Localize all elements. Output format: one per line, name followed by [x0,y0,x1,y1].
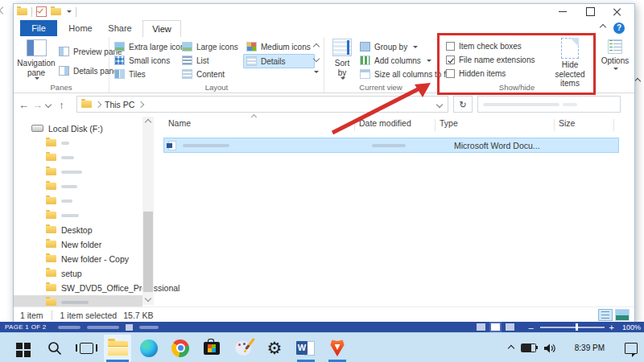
word-zoom-thumb[interactable] [576,323,578,331]
recent-locations-icon[interactable] [45,101,52,108]
tree-item-new-folder-copy[interactable]: New folder - Copy [14,252,129,265]
preview-pane-icon [59,47,69,56]
action-center-icon[interactable] [625,343,638,354]
tree-item-blurred[interactable] [14,208,79,222]
scroll-down-icon[interactable] [145,295,151,302]
word-proofing-icon[interactable] [126,324,133,331]
layout-more-icon[interactable] [314,71,319,73]
close-button[interactable] [604,4,631,19]
add-columns-button[interactable]: Add columns [360,56,431,65]
word-zoom-slider[interactable] [540,327,605,328]
collapse-ribbon-icon[interactable] [600,24,606,31]
tree-item-new-folder[interactable]: New folder [14,237,101,251]
extra-large-icons-button[interactable]: Extra large icons [114,42,188,51]
tab-view[interactable]: View [142,20,181,39]
new-folder-icon[interactable] [51,8,61,15]
help-icon[interactable]: ? [613,23,625,34]
tree-item-sw-dvd5-office[interactable]: SW_DVD5_Office_Professional [14,281,180,294]
folder-icon [46,197,56,204]
task-view-button[interactable] [72,335,100,362]
tiles-icon [114,69,125,79]
layout-scroll-up-icon[interactable] [313,43,320,50]
thumbnail-view-toggle-icon[interactable] [615,309,630,321]
large-icons-button[interactable]: Large icons [182,42,238,51]
details-view-toggle-icon[interactable] [598,309,613,321]
word-zoom-level[interactable]: 100% [622,323,641,331]
drive-icon [31,125,43,132]
file-type: Microsoft Word Docu... [454,141,540,150]
refresh-icon[interactable]: ↻ [453,96,473,113]
tab-share[interactable]: Share [101,20,139,36]
tree-item-blurred[interactable] [14,165,82,179]
volume-icon[interactable] [543,343,556,354]
taskbar-store[interactable] [198,335,225,362]
tiles-button[interactable]: Tiles [114,69,146,79]
battery-icon[interactable] [521,343,536,352]
word-read-mode-icon[interactable] [477,323,485,331]
group-label-layout: Layout [109,83,324,92]
breadcrumb-this-pc[interactable]: This PC [105,100,134,109]
navigation-pane-button[interactable]: Navigation pane [17,39,56,80]
word-zoom-in-icon[interactable]: + [609,323,614,332]
navigation-pane-icon [27,39,47,56]
customize-dropdown-icon[interactable] [67,10,72,13]
forward-icon[interactable]: → [31,99,44,111]
word-zoom-out-icon[interactable]: – [528,323,533,332]
taskbar-paint[interactable] [229,335,257,362]
taskbar-brave[interactable] [324,335,351,362]
taskbar-file-explorer[interactable] [104,335,131,362]
column-header-size[interactable]: Size [559,118,575,128]
taskbar-search-button[interactable] [41,335,68,362]
content-button[interactable]: Content [182,69,225,79]
word-icon [296,340,316,356]
scroll-up-icon[interactable] [145,119,151,125]
selection-size: 15.7 KB [123,311,153,320]
taskbar-chrome[interactable] [167,335,194,362]
medium-icons-button[interactable]: Medium icons [246,42,311,51]
tree-item-blurred[interactable] [14,179,77,193]
background-scroll-up-icon[interactable] [634,78,641,84]
clock[interactable]: 8:39 PM [575,343,605,352]
properties-check-icon[interactable] [36,6,47,17]
tab-home[interactable]: Home [62,20,99,36]
small-icons-button[interactable]: Small icons [114,56,170,65]
edge-icon [140,339,158,357]
tree-item-blurred[interactable] [14,194,72,208]
list-button[interactable]: List [182,56,209,65]
minimize-button[interactable] [549,4,576,19]
taskbar-settings[interactable]: ⚙ [261,335,288,362]
sort-by-button[interactable]: Sort by [328,39,357,80]
scrollbar-thumb[interactable] [143,212,153,292]
options-button[interactable]: Options [598,39,632,70]
start-button[interactable] [10,335,37,362]
tree-item-local-disk[interactable]: Local Disk (F:) [14,121,103,135]
up-icon[interactable]: ↑ [55,99,68,111]
back-icon[interactable]: ← [17,99,31,111]
tree-item-blurred[interactable] [14,150,74,164]
quick-access-toolbar [17,6,76,17]
word-print-layout-icon[interactable] [491,323,500,331]
column-header-type[interactable]: Type [440,118,458,128]
search-input[interactable] [477,96,621,113]
paint-icon [235,340,252,356]
tree-item-desktop[interactable]: Desktop [14,223,93,237]
folder-icon [46,139,56,146]
windows-logo-icon [16,343,23,349]
details-view-button-selected[interactable]: Details [243,54,315,68]
tree-item-setup[interactable]: setup [14,266,82,280]
taskbar-edge[interactable] [135,335,163,362]
folder-icon [46,154,56,161]
brave-icon [330,339,345,356]
red-highlight-box [437,33,596,95]
tree-item-blurred[interactable] [14,136,69,150]
tray-expand-icon[interactable] [508,344,514,351]
group-by-button[interactable]: Group by [360,42,418,51]
group-by-icon [360,42,370,51]
sidebar-scrollbar[interactable] [142,117,154,305]
taskbar-word[interactable] [292,335,320,362]
maximize-button[interactable] [576,4,604,19]
word-web-layout-icon[interactable] [506,323,514,331]
folder-icon [46,168,56,175]
column-header-name[interactable]: Name [168,118,191,128]
tab-file[interactable]: File [20,20,57,36]
